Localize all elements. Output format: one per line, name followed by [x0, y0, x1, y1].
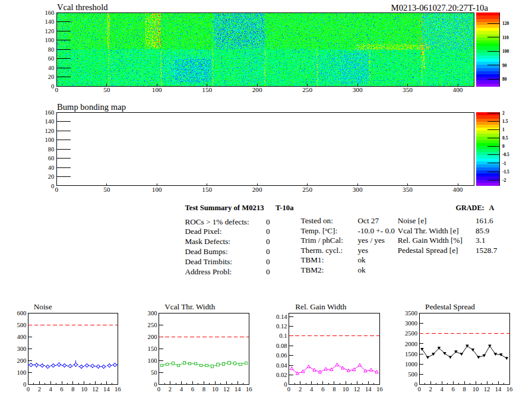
- svg-text:12: 12: [223, 386, 230, 392]
- svg-text:100: 100: [152, 86, 162, 93]
- svg-text:Dead Trimbits:: Dead Trimbits:: [185, 257, 233, 266]
- svg-text:2: 2: [38, 386, 41, 392]
- svg-text:Rel. Gain Width [%]: Rel. Gain Width [%]: [398, 236, 463, 245]
- svg-text:20: 20: [48, 173, 55, 180]
- svg-text:Temp. [oC]:: Temp. [oC]:: [301, 226, 338, 235]
- svg-text:10: 10: [212, 386, 218, 392]
- svg-text:120: 120: [502, 21, 509, 26]
- svg-text:300: 300: [17, 346, 27, 352]
- svg-text:Vcal threshold: Vcal threshold: [57, 2, 108, 12]
- svg-text:0: 0: [157, 386, 160, 392]
- svg-text:100: 100: [148, 357, 157, 364]
- svg-text:ROCs > 1% defects:: ROCs > 1% defects:: [185, 217, 249, 226]
- svg-text:yes: yes: [358, 246, 369, 255]
- svg-text:0.08: 0.08: [276, 343, 287, 349]
- svg-text:50: 50: [103, 86, 110, 93]
- svg-text:85.9: 85.9: [476, 226, 489, 235]
- svg-text:14: 14: [103, 386, 110, 392]
- svg-text:0: 0: [414, 381, 417, 388]
- svg-text:160: 160: [45, 10, 55, 16]
- svg-text:80: 80: [502, 77, 507, 82]
- svg-text:0: 0: [266, 217, 270, 226]
- svg-text:350: 350: [403, 186, 413, 193]
- svg-text:0.06: 0.06: [276, 352, 287, 359]
- svg-text:4: 4: [310, 386, 314, 392]
- svg-text:100: 100: [502, 49, 509, 54]
- svg-text:100: 100: [152, 186, 162, 193]
- svg-text:90: 90: [502, 63, 507, 68]
- svg-text:80: 80: [48, 146, 55, 153]
- svg-text:Noise: Noise: [34, 302, 52, 311]
- svg-text:10: 10: [343, 386, 349, 392]
- svg-text:200: 200: [148, 334, 157, 340]
- svg-text:20: 20: [48, 74, 55, 80]
- svg-text:0.5: 0.5: [502, 135, 508, 141]
- svg-text:Dead Bumps:: Dead Bumps:: [185, 247, 228, 256]
- svg-text:TBM2:: TBM2:: [301, 265, 324, 274]
- svg-text:0.02: 0.02: [276, 372, 287, 378]
- svg-text:yes / yes: yes / yes: [358, 236, 385, 245]
- svg-text:-2: -2: [502, 178, 506, 183]
- svg-text:A: A: [489, 204, 495, 212]
- svg-text:4: 4: [180, 386, 183, 392]
- svg-text:2000: 2000: [405, 341, 417, 347]
- svg-text:8: 8: [71, 386, 74, 392]
- svg-text:Vcal Thr. Width [e]: Vcal Thr. Width [e]: [398, 226, 459, 235]
- svg-text:Vcal Thr. Width: Vcal Thr. Width: [164, 302, 215, 311]
- svg-text:600: 600: [17, 310, 27, 316]
- svg-text:0: 0: [287, 386, 290, 392]
- svg-text:2: 2: [299, 386, 302, 392]
- svg-text:6: 6: [191, 386, 194, 392]
- svg-text:6: 6: [451, 386, 454, 392]
- svg-text:T-10a: T-10a: [276, 204, 294, 212]
- svg-text:300: 300: [353, 186, 363, 193]
- svg-text:200: 200: [252, 86, 262, 93]
- svg-text:100: 100: [45, 37, 55, 43]
- svg-text:GRADE:: GRADE:: [456, 204, 484, 212]
- svg-text:400: 400: [453, 86, 463, 93]
- svg-text:160: 160: [45, 109, 55, 116]
- svg-text:500: 500: [408, 371, 417, 378]
- svg-text:400: 400: [453, 186, 463, 193]
- svg-text:0: 0: [23, 381, 26, 388]
- svg-text:150: 150: [202, 186, 212, 193]
- svg-text:300: 300: [353, 86, 363, 93]
- svg-text:0: 0: [51, 183, 54, 189]
- svg-text:-1.5: -1.5: [502, 169, 509, 175]
- svg-text:140: 140: [45, 18, 55, 25]
- svg-text:Noise [e]: Noise [e]: [398, 216, 427, 225]
- svg-text:120: 120: [45, 28, 55, 34]
- svg-text:0: 0: [417, 386, 420, 392]
- svg-text:110: 110: [502, 35, 509, 40]
- svg-text:0.04: 0.04: [276, 362, 287, 369]
- svg-text:200: 200: [17, 357, 27, 364]
- svg-text:0.1: 0.1: [279, 332, 287, 339]
- svg-text:6: 6: [321, 386, 324, 392]
- svg-text:0.12: 0.12: [276, 323, 287, 330]
- svg-text:400: 400: [17, 334, 27, 340]
- svg-text:1500: 1500: [405, 351, 417, 357]
- svg-text:8: 8: [463, 386, 466, 392]
- svg-text:250: 250: [302, 186, 312, 193]
- svg-text:ok: ok: [358, 255, 366, 264]
- svg-text:500: 500: [17, 322, 27, 328]
- svg-text:Oct 27: Oct 27: [358, 216, 379, 225]
- svg-text:Dead Pixel:: Dead Pixel:: [185, 227, 222, 236]
- svg-text:50: 50: [103, 186, 110, 193]
- svg-text:60: 60: [48, 55, 55, 62]
- svg-text:250: 250: [302, 86, 312, 93]
- svg-text:0: 0: [266, 247, 270, 256]
- svg-text:TBM1:: TBM1:: [301, 255, 324, 264]
- svg-text:10: 10: [81, 386, 87, 392]
- svg-text:-10.0 +- 0.0: -10.0 +- 0.0: [358, 226, 395, 235]
- svg-text:350: 350: [403, 86, 413, 93]
- svg-text:161.6: 161.6: [476, 216, 493, 225]
- svg-text:80: 80: [48, 46, 55, 53]
- svg-text:12: 12: [484, 386, 490, 392]
- svg-text:3000: 3000: [405, 320, 417, 327]
- svg-text:Test Summary of M0213: Test Summary of M0213: [185, 204, 264, 212]
- svg-text:150: 150: [202, 86, 212, 93]
- svg-text:0.14: 0.14: [276, 314, 287, 320]
- svg-text:M0213-061027.20:27T-10a: M0213-061027.20:27T-10a: [391, 3, 489, 12]
- svg-text:2500: 2500: [405, 330, 417, 337]
